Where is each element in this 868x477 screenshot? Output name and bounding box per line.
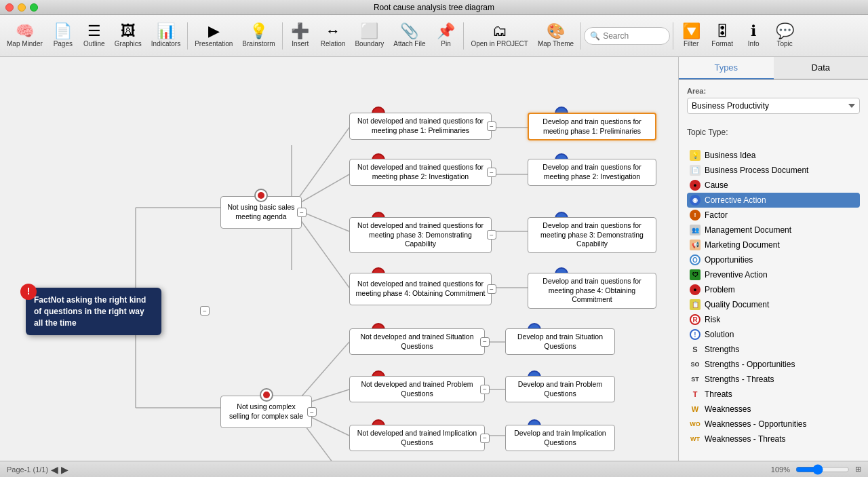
node-impl-cause-expand[interactable]: − (480, 434, 490, 443)
presentation-icon: ▶ (208, 24, 220, 39)
fact-popup-text: FactNot asking the right kind of questio… (34, 294, 153, 328)
node-demo-cause[interactable]: Not developed and trained questions for … (349, 217, 492, 253)
node-commit-action[interactable]: Develop and train questions for meeting … (528, 273, 656, 309)
status-left: Page-1 (1/1) ◀ ▶ (7, 464, 68, 475)
type-solution[interactable]: ! Solution (687, 327, 860, 342)
type-threats[interactable]: T Threats (687, 387, 860, 402)
relation-icon: ↔ (326, 24, 340, 39)
node-prob-action[interactable]: Develop and train Problem Questions (505, 376, 615, 402)
quality-doc-icon: 📋 (690, 299, 701, 310)
type-weaknesses-threats[interactable]: WT Weaknesses - Threats (687, 432, 860, 446)
problem-icon: ● (690, 284, 701, 295)
toolbar-presentation[interactable]: ▶ Presentation (191, 18, 237, 54)
node-root1-expand[interactable]: − (297, 208, 307, 217)
minimize-button[interactable] (18, 3, 26, 12)
toolbar-info[interactable]: ℹ Info (738, 18, 768, 54)
type-management-doc[interactable]: 👥 Management Document (687, 223, 860, 237)
open-project-icon: 🗂 (492, 24, 507, 39)
tab-data[interactable]: Data (774, 57, 869, 79)
toolbar-info-label: Info (748, 40, 760, 47)
node-invest-action[interactable]: Develop and train questions for meeting … (528, 159, 656, 186)
type-opportunities[interactable]: O Opportunities (687, 252, 860, 267)
weaknesses-icon: W (690, 404, 701, 415)
page-nav: Page-1 (1/1) ◀ ▶ (7, 464, 68, 475)
type-marketing-doc[interactable]: 📢 Marketing Document (687, 237, 860, 252)
node-root2[interactable]: Not using complex selling for complex sa… (220, 396, 312, 428)
node-root1[interactable]: Not using basic sales meeting agenda − (220, 196, 302, 229)
type-quality-doc[interactable]: 📋 Quality Document (687, 297, 860, 312)
topic-icon: 💬 (776, 24, 794, 39)
zoom-slider[interactable] (795, 464, 850, 475)
toolbar-filter-label: Filter (684, 40, 698, 47)
page-prev-button[interactable]: ◀ (51, 464, 58, 475)
node-sit-cause[interactable]: Not developed and trained Situation Ques… (349, 328, 485, 355)
search-icon: 🔍 (590, 31, 600, 41)
toolbar-attachfile[interactable]: 📎 Attach File (389, 18, 429, 54)
type-problem[interactable]: ● Problem (687, 282, 860, 297)
node-invest-cause[interactable]: Not developed and trained questions for … (349, 159, 492, 186)
type-corrective-action[interactable]: ◉ Corrective Action (687, 193, 860, 208)
toolbar-relation[interactable]: ↔ Relation (317, 18, 350, 54)
fit-button[interactable]: ⊞ (855, 465, 861, 474)
node-demo-cause-label: Not developed and trained questions for … (355, 221, 486, 249)
toolbar-filter[interactable]: 🔽 Filter (676, 18, 706, 54)
type-risk[interactable]: R Risk (687, 312, 860, 327)
toolbar-brainstorm[interactable]: 💡 Brainstorm (238, 18, 279, 54)
node-root2-expand[interactable]: − (307, 407, 317, 417)
type-business-process[interactable]: 📄 Business Process Document (687, 163, 860, 178)
area-select[interactable]: Business Productivity (687, 98, 860, 114)
node-impl-action[interactable]: Develop and train Implication Questions (505, 425, 615, 451)
node-prelim-cause-expand[interactable]: − (487, 121, 496, 131)
close-button[interactable] (5, 3, 14, 12)
node-invest-cause-expand[interactable]: − (487, 168, 496, 177)
type-business-process-label: Business Process Document (705, 166, 808, 175)
type-solution-label: Solution (705, 330, 734, 339)
type-cause[interactable]: ● Cause (687, 178, 860, 193)
cause-icon: ● (690, 180, 701, 191)
node-prelim-cause[interactable]: Not developed and trained questions for … (349, 113, 492, 140)
right-panel: Types Data Area: Business Productivity T… (678, 57, 868, 461)
node-commit-cause[interactable]: Not developed and trained questions for … (349, 273, 492, 305)
separator-3 (463, 22, 464, 50)
type-strengths[interactable]: S Strengths (687, 342, 860, 357)
type-strengths-opps[interactable]: SO Strengths - Opportunities (687, 357, 860, 372)
toolbar-map-theme[interactable]: 🎨 Map Theme (534, 18, 578, 54)
brainstorm-icon: 💡 (250, 24, 268, 39)
panel-tabs: Types Data (679, 57, 868, 80)
toolbar-topic[interactable]: 💬 Topic (770, 18, 800, 54)
page-next-button[interactable]: ▶ (61, 464, 68, 475)
maximize-button[interactable] (30, 3, 38, 12)
toolbar-format[interactable]: 🎛 Format (707, 18, 737, 54)
type-business-idea[interactable]: 💡 Business Idea (687, 148, 860, 163)
toolbar-graphics[interactable]: 🖼 Graphics (111, 18, 146, 54)
type-strengths-threats[interactable]: ST Strengths - Threats (687, 372, 860, 387)
node-commit-cause-expand[interactable]: − (487, 284, 496, 294)
toolbar-insert[interactable]: ➕ Insert (285, 18, 315, 54)
canvas[interactable]: ! FactNot asking the right kind of quest… (0, 57, 678, 461)
node-demo-cause-expand[interactable]: − (487, 230, 496, 240)
type-risk-label: Risk (705, 315, 720, 324)
node-impl-cause[interactable]: Not developed and trained Implication Qu… (349, 425, 485, 451)
node-demo-action[interactable]: Develop and train questions for meeting … (528, 217, 656, 253)
node-sit-action[interactable]: Develop and train Situation Questions (505, 328, 615, 355)
type-weaknesses[interactable]: W Weaknesses (687, 402, 860, 417)
node-sit-cause-expand[interactable]: − (480, 337, 490, 347)
toolbar-pin[interactable]: 📌 Pin (431, 18, 460, 54)
search-bar[interactable]: 🔍 (584, 27, 670, 45)
toolbar-outline[interactable]: ☰ Outline (79, 18, 109, 54)
type-weaknesses-opps[interactable]: WO Weaknesses - Opportunities (687, 417, 860, 432)
toolbar-indicators[interactable]: 📊 Indicators (147, 18, 184, 54)
node-prelim-action[interactable]: Develop and train questions for meeting … (528, 113, 656, 140)
type-preventive-action[interactable]: 🛡 Preventive Action (687, 267, 860, 282)
search-input[interactable] (603, 31, 664, 41)
toolbar-open-project[interactable]: 🗂 Open in PROJECT (467, 18, 532, 54)
node-prob-cause[interactable]: Not developed and trained Problem Questi… (349, 376, 485, 402)
node-prob-cause-expand[interactable]: − (480, 385, 490, 394)
fact-expand-btn[interactable]: − (200, 306, 210, 316)
toolbar-mapminder[interactable]: 🧠 Map Minder (3, 18, 47, 54)
node-prelim-action-label: Develop and train questions for meeting … (534, 117, 650, 136)
tab-types[interactable]: Types (679, 57, 774, 79)
toolbar-pages[interactable]: 📄 Pages (48, 18, 78, 54)
type-factor[interactable]: ! Factor (687, 208, 860, 223)
toolbar-boundary[interactable]: ⬜ Boundary (351, 18, 388, 54)
